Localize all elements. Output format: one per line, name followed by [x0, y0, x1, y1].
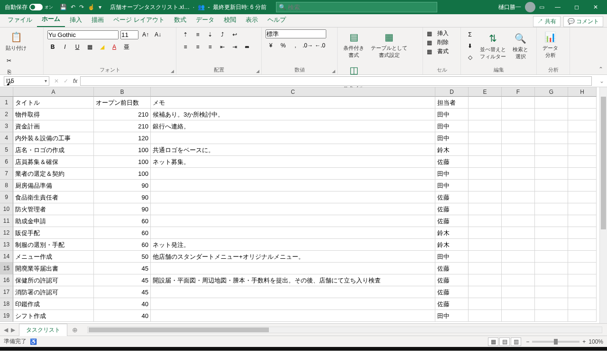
dialog-launcher-icon[interactable]: ◢ [256, 69, 259, 73]
file-name[interactable]: 店舗オープンタスクリスト.xl… [110, 4, 190, 10]
enter-formula-icon[interactable]: ✓ [64, 78, 68, 84]
search-input[interactable] [276, 2, 437, 12]
fill-color-icon[interactable]: ◢ [97, 42, 107, 52]
maximize-icon[interactable]: ◻ [567, 4, 586, 10]
cell[interactable] [568, 132, 597, 144]
row-header[interactable]: 9 [0, 191, 13, 203]
cell[interactable]: 40 [94, 310, 151, 322]
merge-icon[interactable]: ⬌ [242, 42, 252, 52]
cell[interactable] [535, 251, 568, 263]
cell[interactable]: 90 [94, 203, 151, 215]
cell[interactable] [469, 168, 502, 180]
bold-icon[interactable]: B [47, 42, 58, 52]
cell[interactable] [535, 109, 568, 120]
cell[interactable]: 60 [94, 227, 151, 239]
cell[interactable]: 45 [94, 274, 151, 286]
zoom-in-icon[interactable]: + [582, 338, 586, 345]
cell[interactable] [535, 286, 568, 298]
cell[interactable] [151, 168, 435, 180]
cell[interactable] [151, 310, 435, 322]
cell[interactable] [151, 203, 435, 215]
cell[interactable]: ネット募集。 [151, 156, 435, 168]
cell[interactable] [568, 298, 597, 310]
cell[interactable] [469, 310, 502, 322]
cell[interactable] [502, 215, 535, 227]
cells-delete-button[interactable]: ▦ 削除 [427, 38, 457, 46]
cell[interactable]: 物件取得 [13, 109, 94, 120]
col-header[interactable]: F [502, 87, 535, 97]
save-icon[interactable]: 💾 [60, 4, 67, 10]
tab-draw[interactable]: 描画 [87, 13, 109, 27]
cell[interactable] [151, 286, 435, 298]
zoom-level[interactable]: 100% [589, 338, 603, 345]
formula-bar[interactable] [80, 76, 592, 86]
italic-icon[interactable]: I [60, 42, 70, 52]
clear-icon[interactable]: ◇ [465, 52, 475, 63]
col-header[interactable]: H [568, 87, 597, 97]
expand-formula-icon[interactable]: ⌄ [597, 78, 607, 84]
cell[interactable] [151, 263, 435, 274]
cell[interactable]: シフト作成 [13, 310, 94, 322]
row-header[interactable]: 14 [0, 251, 13, 263]
vertical-scrollbar[interactable] [599, 87, 607, 323]
font-name-select[interactable] [47, 30, 119, 39]
cell[interactable] [502, 286, 535, 298]
cell[interactable] [469, 109, 502, 120]
cell[interactable] [568, 227, 597, 239]
cell[interactable]: 田中 [435, 132, 469, 144]
cell[interactable] [502, 298, 535, 310]
tab-insert[interactable]: 挿入 [65, 13, 87, 27]
col-header[interactable]: G [535, 87, 568, 97]
cell[interactable] [502, 156, 535, 168]
cell[interactable]: 鈴木 [435, 144, 469, 156]
col-header[interactable]: E [469, 87, 502, 97]
cell[interactable]: 鈴木 [435, 239, 469, 251]
cell[interactable] [535, 156, 568, 168]
col-header[interactable]: C [151, 87, 435, 97]
cell[interactable]: 資金計画 [13, 120, 94, 132]
cell[interactable] [502, 97, 535, 109]
cells-insert-button[interactable]: ▦ 挿入 [427, 29, 457, 37]
comments-button[interactable]: 💬 コメント [563, 16, 603, 27]
cell[interactable] [469, 215, 502, 227]
cell[interactable] [469, 203, 502, 215]
orientation-icon[interactable]: ⤴ [217, 29, 228, 40]
cell[interactable] [502, 274, 535, 286]
cancel-formula-icon[interactable]: ✕ [54, 78, 59, 84]
cell[interactable]: 120 [94, 132, 151, 144]
cell[interactable]: 候補あり。3か所検討中。 [151, 109, 435, 120]
cell[interactable] [151, 215, 435, 227]
row-header[interactable]: 17 [0, 286, 13, 298]
minimize-icon[interactable]: — [548, 4, 567, 10]
normal-view-icon[interactable]: ▦ [488, 337, 498, 346]
cell[interactable]: メニュー作成 [13, 251, 94, 263]
paste-button[interactable]: 📋 貼り付け [4, 29, 28, 53]
cell[interactable] [535, 298, 568, 310]
cell[interactable] [535, 191, 568, 203]
percent-icon[interactable]: % [278, 40, 288, 51]
decrease-font-icon[interactable]: A↓ [153, 29, 163, 40]
row-header[interactable]: 2 [0, 109, 13, 120]
cell[interactable] [502, 132, 535, 144]
cell[interactable] [568, 180, 597, 191]
touch-mode-icon[interactable]: ☝ [88, 4, 95, 10]
cell[interactable]: 40 [94, 298, 151, 310]
cell[interactable] [502, 251, 535, 263]
cell[interactable] [568, 191, 597, 203]
cell[interactable] [535, 144, 568, 156]
cell[interactable]: 佐藤 [435, 263, 469, 274]
cell[interactable]: 田中 [435, 120, 469, 132]
cell[interactable]: 食品衛生責任者 [13, 191, 94, 203]
align-top-icon[interactable]: ⇡ [180, 29, 191, 40]
row-header[interactable]: 3 [0, 120, 13, 132]
page-layout-view-icon[interactable]: ▤ [499, 337, 510, 346]
cell[interactable]: 100 [94, 144, 151, 156]
cell[interactable] [535, 239, 568, 251]
cell[interactable] [535, 263, 568, 274]
cell[interactable]: 田中 [435, 109, 469, 120]
zoom-out-icon[interactable]: − [526, 338, 529, 345]
conditional-format-button[interactable]: ▤条件付き 書式 [341, 29, 366, 60]
cell[interactable]: 内外装＆設備の工事 [13, 132, 94, 144]
tab-help[interactable]: ヘルプ [263, 13, 291, 27]
cell[interactable] [568, 286, 597, 298]
